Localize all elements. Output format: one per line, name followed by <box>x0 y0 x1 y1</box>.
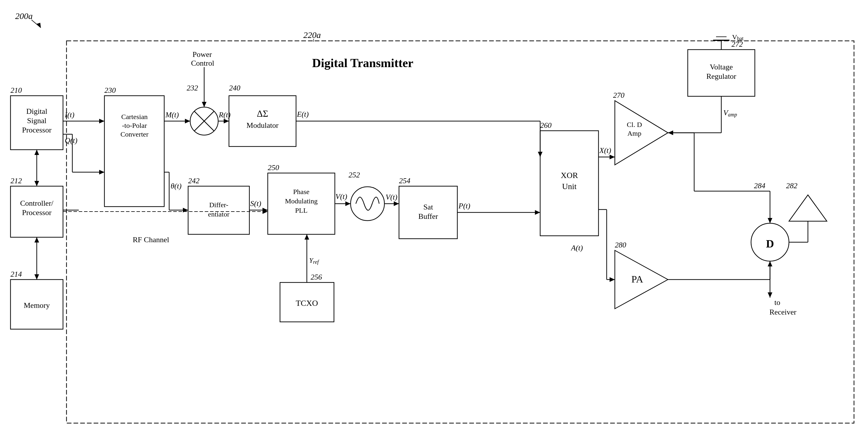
vr-l1: Voltage <box>710 63 733 71</box>
dsm-l2: Modulator <box>246 121 279 129</box>
sb-num-lbl: 254 <box>399 177 410 185</box>
cda-num-lbl: 270 <box>613 91 624 99</box>
sb-l2: Buffer <box>418 212 438 221</box>
to-recv-lbl2: Receiver <box>769 308 797 316</box>
diff-num-lbl: 242 <box>188 177 199 185</box>
svg-point-143 <box>350 187 384 221</box>
dsp-l1: Digital <box>26 107 47 116</box>
xt-lbl: X(t) <box>599 146 611 155</box>
st-lbl: S(t) <box>250 199 261 208</box>
tcxo-lbl: TCXO <box>296 298 318 308</box>
fig-label: 200a <box>15 11 33 21</box>
mem-num-lbl: 214 <box>10 270 22 279</box>
svg-rect-118 <box>104 96 164 207</box>
vt-pre-lbl: V(t) <box>335 192 347 201</box>
box-220a-label: 220a <box>303 30 321 40</box>
dt-title: Digital Transmitter <box>312 56 413 70</box>
diff-l1: Differ- <box>209 201 228 209</box>
pc-l2: Control <box>191 59 214 67</box>
ctrl-num-lbl: 212 <box>10 177 22 185</box>
xor-num-lbl: 260 <box>540 121 552 129</box>
qt-lbl: Q(t) <box>65 136 77 145</box>
pa-num-lbl: 280 <box>615 241 626 249</box>
ctrl-l1: Controller/ <box>20 199 54 207</box>
mem-l1: Memory <box>24 301 50 310</box>
et-lbl: E(t) <box>297 110 309 118</box>
cda-l1: Cl. D <box>627 121 642 128</box>
xor-l1: XOR <box>561 171 578 180</box>
pa-lbl: PA <box>631 274 643 285</box>
rf-ch-lbl: RF Channel <box>133 235 169 244</box>
it-lbl: I(t) <box>64 111 74 119</box>
tcxo-num-lbl: 256 <box>311 273 322 281</box>
ctp-num-lbl: 230 <box>104 86 116 94</box>
rt-lbl: R(t) <box>218 111 230 119</box>
mult-num-lbl: 232 <box>187 84 198 92</box>
cda-l2: Amp <box>627 129 641 137</box>
to-recv-lbl: to <box>774 298 780 307</box>
sb-l1: Sat <box>423 203 433 211</box>
comb-d-lbl: D <box>766 237 774 250</box>
ctp-l1: Cartesian <box>121 113 148 120</box>
pll-num-lbl: 250 <box>268 164 279 172</box>
dsp-l3: Processor <box>22 126 51 134</box>
comb-num-lbl: 284 <box>754 181 765 190</box>
pll-l3: PLL <box>295 207 308 214</box>
pc-l1: Power <box>192 50 212 59</box>
vr-l2: Regulator <box>706 72 737 81</box>
ctrl-l2: Processor <box>22 208 51 217</box>
pll-l1: Phase <box>293 188 309 196</box>
theta-lbl: θ(t) <box>170 182 181 190</box>
mt-lbl: M(t) <box>165 111 179 119</box>
dsm-num-lbl: 240 <box>229 84 240 92</box>
vt-lbl: V(t) <box>385 193 397 201</box>
ant-num-lbl: 282 <box>786 181 798 190</box>
ctp-l3: Converter <box>120 130 149 138</box>
xor-l2: Unit <box>562 182 577 191</box>
dsp-num-lbl: 210 <box>10 86 22 94</box>
osc-num-lbl: 252 <box>348 171 360 179</box>
pll-l2: Modulating <box>285 197 318 205</box>
at-lbl: A(t) <box>570 244 583 252</box>
ctp-l2: -to-Polar <box>122 122 147 129</box>
diagram-container: 200a 220a Digital Transmitter Digital Si… <box>0 0 868 438</box>
dsm-l1: ΔΣ <box>257 108 268 119</box>
pt-lbl: P(t) <box>458 202 470 210</box>
dsp-l2: Signal <box>27 116 46 125</box>
